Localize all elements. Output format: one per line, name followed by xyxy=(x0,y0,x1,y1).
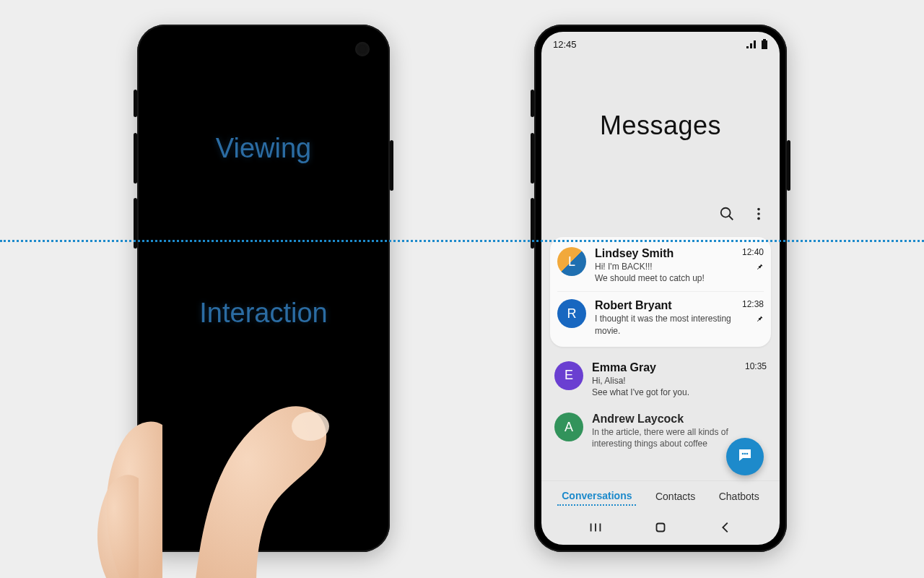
conversation-name: Robert Bryant xyxy=(595,299,738,312)
header-actions xyxy=(541,198,780,234)
android-nav-bar xyxy=(541,512,780,545)
pinned-conversations-card: L Lindsey Smith Hi! I'm BACK!!! We shoul… xyxy=(550,237,771,347)
tab-conversations[interactable]: Conversations xyxy=(557,487,636,506)
bixby-button xyxy=(531,90,534,117)
avatar-letter: R xyxy=(567,306,577,322)
conversation-preview: Hi, Alisa! See what I've got for you. xyxy=(592,375,741,398)
volume-up-button xyxy=(531,133,534,184)
viewing-area-label: Viewing xyxy=(144,133,383,164)
conversation-row[interactable]: R Robert Bryant I thought it was the mos… xyxy=(557,291,764,343)
conversation-time: 10:35 xyxy=(745,361,767,371)
status-bar: 12:45 xyxy=(541,32,780,53)
svg-point-7 xyxy=(744,453,746,455)
conversation-name: Andrew Laycock xyxy=(592,413,767,426)
avatar: A xyxy=(554,413,583,441)
conversation-name: Lindsey Smith xyxy=(595,247,738,260)
signal-icon xyxy=(746,40,758,48)
svg-point-8 xyxy=(746,453,749,455)
right-phone-screen: 12:45 Messages L xyxy=(541,32,780,545)
avatar: E xyxy=(554,361,583,390)
right-phone-frame: 12:45 Messages L xyxy=(534,25,787,552)
more-options-icon[interactable] xyxy=(751,206,767,222)
page-title: Messages xyxy=(541,53,780,198)
left-phone-screen: Viewing Interaction xyxy=(144,32,383,545)
front-camera-hole xyxy=(355,42,370,56)
chat-bubble-icon xyxy=(736,447,754,467)
conversation-name: Emma Gray xyxy=(592,361,741,374)
conversation-row[interactable]: L Lindsey Smith Hi! I'm BACK!!! We shoul… xyxy=(550,240,771,291)
power-button xyxy=(390,140,393,191)
conversation-time: 12:38 xyxy=(742,299,764,309)
interaction-area-label: Interaction xyxy=(144,298,383,329)
conversation-row[interactable]: E Emma Gray Hi, Alisa! See what I've got… xyxy=(550,354,771,405)
svg-line-2 xyxy=(729,216,733,220)
svg-point-5 xyxy=(757,217,760,220)
svg-point-1 xyxy=(721,208,731,217)
tab-contacts[interactable]: Contacts xyxy=(651,488,699,505)
conversation-preview: Hi! I'm BACK!!! We should meet to catch … xyxy=(595,261,738,284)
home-nav-icon[interactable] xyxy=(653,519,668,535)
svg-point-3 xyxy=(757,208,760,211)
svg-rect-12 xyxy=(657,524,665,532)
volume-up-button xyxy=(134,133,137,184)
pin-icon xyxy=(755,314,764,325)
battery-icon xyxy=(761,39,768,49)
recents-nav-icon[interactable] xyxy=(588,519,603,535)
pin-icon xyxy=(755,262,764,273)
compose-message-fab[interactable] xyxy=(726,438,764,475)
power-button xyxy=(787,140,790,191)
avatar: L xyxy=(557,247,586,276)
conversation-preview: I thought it was the most interesting mo… xyxy=(595,313,738,336)
bixby-button xyxy=(134,90,137,117)
search-icon[interactable] xyxy=(719,206,735,222)
svg-point-4 xyxy=(757,212,760,215)
left-phone-frame: Viewing Interaction xyxy=(137,25,390,552)
avatar-letter: E xyxy=(565,368,573,383)
status-icons xyxy=(746,39,768,49)
avatar: R xyxy=(557,299,586,328)
bottom-tab-bar: Conversations Contacts Chatbots xyxy=(541,480,780,512)
conversation-time: 12:40 xyxy=(742,247,764,257)
avatar-letter: L xyxy=(568,254,575,269)
horizontal-divider-line xyxy=(0,240,924,242)
avatar-letter: A xyxy=(565,420,573,435)
back-nav-icon[interactable] xyxy=(718,519,733,535)
tab-chatbots[interactable]: Chatbots xyxy=(715,488,764,505)
svg-point-6 xyxy=(742,453,744,455)
status-time: 12:45 xyxy=(553,39,577,50)
